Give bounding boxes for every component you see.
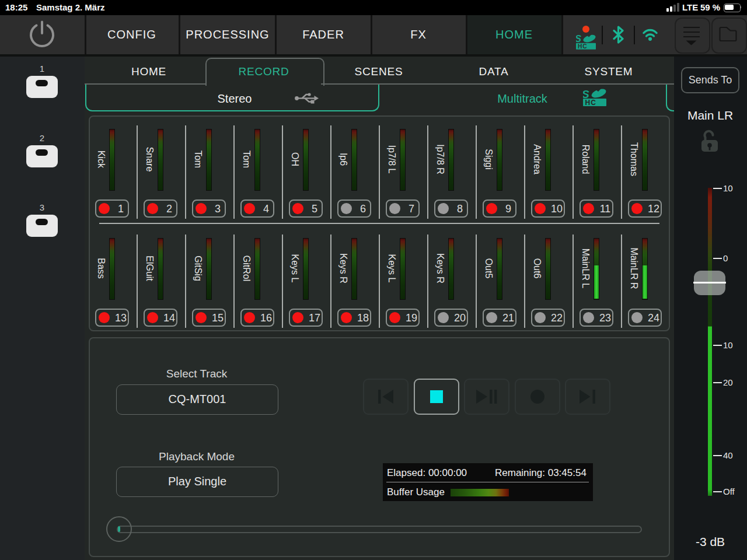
svg-text:HC: HC [585, 99, 596, 107]
svg-text:HC: HC [578, 43, 587, 50]
